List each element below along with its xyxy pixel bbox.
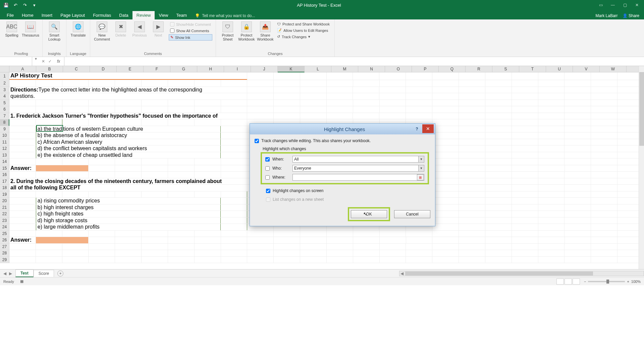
column-header[interactable]: T: [519, 66, 546, 72]
cell[interactable]: [9, 106, 36, 113]
cell[interactable]: [432, 250, 459, 256]
row-header[interactable]: 14: [0, 159, 9, 165]
cell[interactable]: [512, 237, 538, 243]
cell[interactable]: [195, 237, 221, 243]
cell[interactable]: [89, 231, 115, 237]
cell[interactable]: [300, 257, 327, 263]
cell[interactable]: [274, 113, 300, 119]
cell[interactable]: [512, 185, 538, 191]
tab-view[interactable]: View: [155, 11, 172, 19]
column-header[interactable]: G: [170, 66, 197, 72]
cell[interactable]: [432, 145, 459, 152]
cell[interactable]: [36, 119, 62, 126]
column-header[interactable]: C: [63, 66, 90, 72]
grid-row[interactable]: [9, 231, 644, 237]
cell[interactable]: [512, 224, 538, 230]
cell[interactable]: [327, 231, 353, 237]
cell[interactable]: [327, 250, 353, 256]
cell[interactable]: [327, 113, 353, 119]
cell[interactable]: [565, 119, 591, 126]
cell[interactable]: Directions: Type the correct letter into…: [9, 87, 247, 93]
when-combobox[interactable]: All▼: [292, 156, 424, 163]
dialog-help-button[interactable]: ?: [413, 125, 421, 133]
cell[interactable]: [221, 224, 247, 230]
cell[interactable]: [432, 87, 459, 93]
cell[interactable]: [247, 250, 274, 256]
row-header[interactable]: 21: [0, 204, 9, 211]
cell[interactable]: [565, 211, 591, 217]
row-header[interactable]: 25: [0, 231, 9, 237]
cell[interactable]: [9, 152, 36, 159]
row-header[interactable]: 6: [0, 106, 9, 113]
cell[interactable]: [247, 244, 274, 250]
cell[interactable]: [485, 119, 512, 126]
cell[interactable]: [591, 152, 618, 159]
column-header[interactable]: M: [331, 66, 358, 72]
cell[interactable]: [168, 250, 195, 256]
cell[interactable]: [459, 139, 485, 145]
cell[interactable]: [89, 257, 115, 263]
cell[interactable]: [353, 257, 380, 263]
cell[interactable]: Answer:: [9, 165, 36, 172]
cell[interactable]: [591, 165, 618, 172]
cell[interactable]: [221, 100, 248, 106]
cell[interactable]: [300, 244, 327, 250]
cell[interactable]: [591, 139, 618, 145]
cell[interactable]: [485, 80, 512, 86]
cell[interactable]: all of the following EXCEPT: [9, 185, 247, 191]
cell[interactable]: [485, 250, 512, 256]
cell[interactable]: [565, 244, 591, 250]
cell[interactable]: [512, 145, 538, 152]
previous-comment-button[interactable]: ◀Previous: [130, 21, 149, 38]
cell[interactable]: [62, 172, 89, 178]
column-header[interactable]: R: [466, 66, 492, 72]
cell[interactable]: [565, 257, 591, 263]
cell[interactable]: [221, 159, 248, 165]
cell[interactable]: [591, 132, 618, 139]
cell[interactable]: [221, 237, 248, 243]
cell[interactable]: [565, 178, 591, 185]
cell[interactable]: [195, 257, 221, 263]
cell[interactable]: [36, 165, 89, 172]
cell[interactable]: [353, 100, 380, 106]
cell[interactable]: [9, 257, 36, 263]
cell[interactable]: [327, 72, 353, 80]
cell[interactable]: [565, 93, 591, 100]
cell[interactable]: [247, 72, 274, 80]
share-workbook-button[interactable]: 📤Share Workbook: [256, 21, 274, 42]
cell[interactable]: [274, 106, 300, 113]
tab-page-layout[interactable]: Page Layout: [56, 11, 89, 19]
tell-me-search[interactable]: 💡Tell me what you want to do...: [195, 13, 255, 19]
row-header[interactable]: 23: [0, 218, 9, 224]
cell[interactable]: [300, 93, 327, 100]
when-checkbox[interactable]: [265, 157, 270, 162]
cell[interactable]: [485, 93, 512, 100]
cell[interactable]: [459, 145, 485, 152]
cell[interactable]: [168, 231, 195, 237]
row-header[interactable]: 9: [0, 126, 9, 133]
cell[interactable]: [432, 113, 459, 119]
cell[interactable]: [459, 185, 485, 191]
column-header[interactable]: Q: [439, 66, 466, 72]
cell[interactable]: [432, 178, 459, 185]
track-changes-checkbox[interactable]: [255, 139, 259, 143]
cell[interactable]: [432, 119, 459, 126]
cell[interactable]: [512, 126, 538, 132]
cell[interactable]: [221, 152, 247, 159]
cell[interactable]: [565, 231, 591, 237]
cell[interactable]: [353, 237, 380, 243]
cell[interactable]: [274, 231, 300, 237]
cell[interactable]: [406, 257, 432, 263]
cell[interactable]: [327, 93, 353, 100]
cell[interactable]: [459, 113, 485, 119]
cell[interactable]: [353, 231, 380, 237]
column-header[interactable]: U: [546, 66, 573, 72]
cell[interactable]: [591, 244, 618, 250]
cell[interactable]: [115, 100, 142, 106]
cell[interactable]: [36, 231, 62, 237]
column-header[interactable]: O: [385, 66, 412, 72]
cell[interactable]: [406, 237, 433, 243]
row-header[interactable]: 20: [0, 198, 9, 204]
cell[interactable]: [89, 119, 115, 126]
cell[interactable]: [274, 100, 300, 106]
